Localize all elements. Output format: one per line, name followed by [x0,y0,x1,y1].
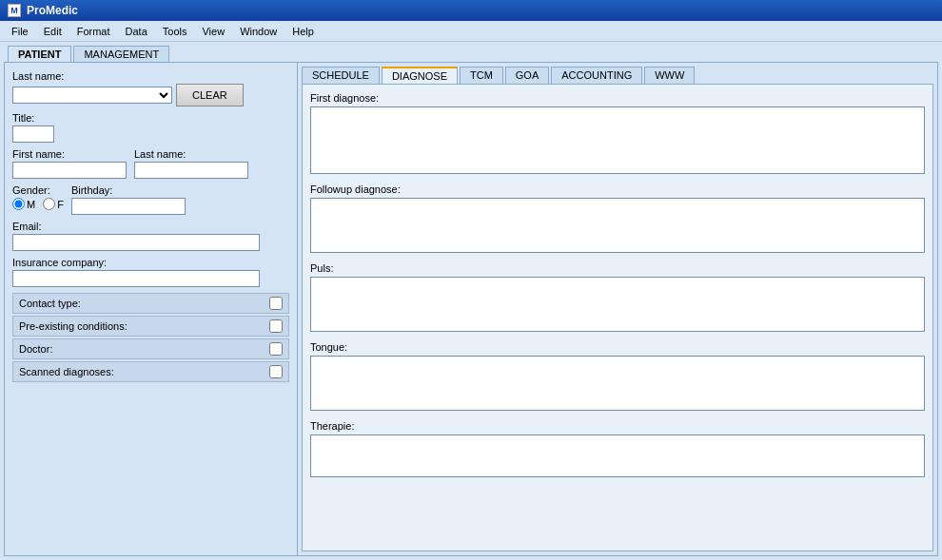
tab-diagnose[interactable]: DIAGNOSE [382,67,458,84]
left-panel: Last name: CLEAR Title: First name: [5,63,298,555]
tab-goa[interactable]: GOA [505,67,549,84]
last-name2-group: Last name: [134,148,248,179]
first-diagnose-section: First diagnose: [310,92,925,176]
menu-edit[interactable]: Edit [36,24,69,39]
gender-birthday-group: Gender: M F Bi [12,184,289,215]
last-name2-label: Last name: [134,148,248,160]
last-name2-input[interactable] [134,162,248,179]
title-input[interactable] [12,126,54,143]
followup-diagnose-label: Followup diagnose: [310,183,925,195]
scanned-diagnoses-row: Scanned diagnoses: [12,361,289,382]
gender-male-radio[interactable] [12,198,25,210]
followup-diagnose-section: Followup diagnose: [310,183,925,255]
gender-female-label[interactable]: F [43,198,64,210]
title-label: Title: [12,112,289,124]
puls-label: Puls: [310,262,925,274]
first-diagnose-textarea[interactable] [310,106,925,174]
scanned-diagnoses-checkbox[interactable] [269,365,283,378]
checkbox-section: Contact type: Pre-existing conditions: D… [12,293,289,382]
gender-radio-group: M F [12,198,64,210]
menu-tools[interactable]: Tools [155,24,195,39]
tongue-textarea[interactable] [310,356,925,411]
gender-female-text: F [57,199,64,210]
title-bar: M ProMedic [0,0,942,21]
clear-button[interactable]: CLEAR [176,84,244,106]
tab-tcm[interactable]: TCM [460,67,503,84]
menu-file[interactable]: File [4,24,36,39]
gender-label: Gender: [12,184,64,196]
last-name-select[interactable] [12,87,172,104]
first-diagnose-label: First diagnose: [310,92,925,104]
therapie-section: Therapie: [310,420,925,479]
gender-male-label[interactable]: M [12,198,35,210]
contact-type-row: Contact type: [12,293,289,314]
pre-existing-label: Pre-existing conditions: [19,320,128,332]
content-area: Last name: CLEAR Title: First name: [4,62,938,556]
menu-view[interactable]: View [194,24,232,39]
diagnose-tabs: SCHEDULE DIAGNOSE TCM GOA ACCOUNTING WWW [298,63,937,84]
doctor-label: Doctor: [19,343,52,355]
doctor-row: Doctor: [12,338,289,359]
diagnose-content: First diagnose: Followup diagnose: Puls:… [302,84,933,551]
pre-existing-row: Pre-existing conditions: [12,316,289,337]
name-fields-row: First name: Last name: [12,148,289,179]
insurance-input[interactable] [12,270,260,287]
name-group: First name: Last name: [12,148,289,179]
right-panel: SCHEDULE DIAGNOSE TCM GOA ACCOUNTING WWW… [298,63,937,555]
gender-birthday-row: Gender: M F Bi [12,184,289,215]
top-tabs: PATIENT MANAGEMENT [0,42,942,62]
email-label: Email: [12,221,289,232]
pre-existing-checkbox[interactable] [269,319,283,333]
title-group: Title: [12,112,289,143]
email-input[interactable] [12,234,260,251]
last-name-row: CLEAR [12,84,289,106]
first-name-label: First name: [12,148,127,160]
menu-window[interactable]: Window [232,24,285,39]
scanned-diagnoses-label: Scanned diagnoses: [19,366,114,377]
last-name-group: Last name: CLEAR [12,70,289,106]
insurance-group: Insurance company: [12,257,289,287]
birthday-group: Birthday: [71,184,186,215]
tab-schedule[interactable]: SCHEDULE [302,67,380,84]
tab-patient[interactable]: PATIENT [8,46,71,62]
app-title: ProMedic [27,4,78,17]
first-name-group: First name: [12,148,127,179]
therapie-textarea[interactable] [310,434,925,477]
followup-diagnose-textarea[interactable] [310,198,925,253]
first-name-input[interactable] [12,162,127,179]
tab-management[interactable]: MANAGEMENT [73,46,169,62]
puls-section: Puls: [310,262,925,334]
menu-bar: File Edit Format Data Tools View Window … [0,21,942,42]
menu-help[interactable]: Help [285,24,322,39]
last-name-label: Last name: [12,70,289,82]
menu-format[interactable]: Format [69,24,118,39]
contact-type-checkbox[interactable] [269,297,283,310]
main-container: PATIENT MANAGEMENT Last name: CLEAR Titl… [0,42,942,560]
tongue-section: Tongue: [310,341,925,413]
birthday-input[interactable] [71,198,186,215]
tab-www[interactable]: WWW [644,67,695,84]
gender-male-text: M [27,199,35,210]
app-icon: M [8,4,21,17]
tongue-label: Tongue: [310,341,925,353]
menu-data[interactable]: Data [118,24,155,39]
tab-accounting[interactable]: ACCOUNTING [551,67,642,84]
therapie-label: Therapie: [310,420,925,432]
doctor-checkbox[interactable] [269,342,283,356]
contact-type-label: Contact type: [19,298,81,309]
puls-textarea[interactable] [310,277,925,332]
gender-group: Gender: M F [12,184,64,215]
birthday-label: Birthday: [71,184,186,196]
gender-female-radio[interactable] [43,198,55,210]
insurance-label: Insurance company: [12,257,289,268]
email-group: Email: [12,221,289,251]
